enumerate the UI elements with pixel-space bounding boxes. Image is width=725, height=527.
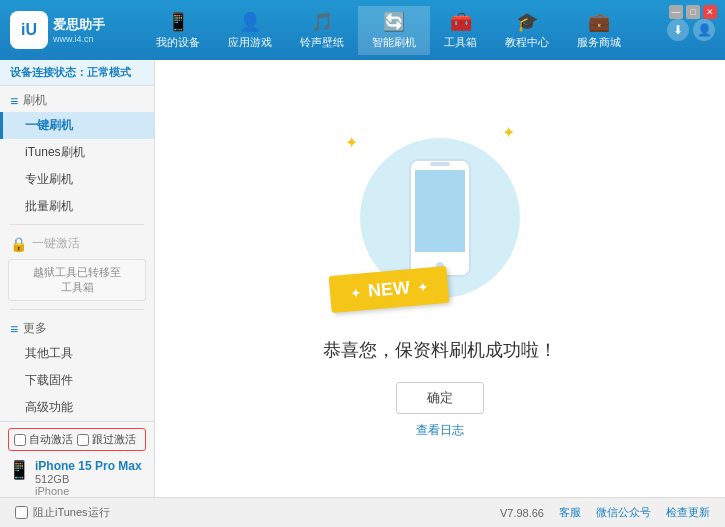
stop-itunes-label: 阻止iTunes运行 <box>33 505 110 520</box>
success-message: 恭喜您，保资料刷机成功啦！ <box>323 338 557 362</box>
footer-link-check-update[interactable]: 检查更新 <box>666 505 710 520</box>
svg-rect-1 <box>415 170 465 252</box>
auto-activate-input[interactable] <box>14 434 26 446</box>
nav-tab-smart-flash[interactable]: 🔄 智能刷机 <box>358 6 430 55</box>
top-right-icons: ⬇ 👤 <box>667 19 715 41</box>
pro-flash-label: 专业刷机 <box>25 172 73 186</box>
sparkle-icon-1: ✦ <box>345 133 358 152</box>
guided-activation-label: 跟过激活 <box>92 432 136 447</box>
main-content: ✦ ✦ NEW 恭喜您，保资料刷机成功啦！ 确定 查看日志 <box>155 60 725 497</box>
sidebar-item-pro-flash[interactable]: 专业刷机 <box>0 166 154 193</box>
ringtones-icon: 🎵 <box>311 11 333 33</box>
footer-version-block: V7.98.66 客服 微信公众号 检查更新 <box>500 505 710 520</box>
sidebar-item-other-tools[interactable]: 其他工具 <box>0 340 154 367</box>
status-label: 设备连接状态： <box>10 66 87 78</box>
guided-activation-input[interactable] <box>77 434 89 446</box>
app-title: 爱思助手 <box>53 16 105 34</box>
more-section-label: 更多 <box>23 320 47 337</box>
other-tools-label: 其他工具 <box>25 346 73 360</box>
tutorial-icon: 🎓 <box>516 11 538 33</box>
new-ribbon: NEW <box>329 266 450 313</box>
tools-icon: 🧰 <box>450 11 472 33</box>
device-info: 📱 iPhone 15 Pro Max 512GB iPhone <box>8 455 146 501</box>
maximize-button[interactable]: □ <box>686 5 700 19</box>
version-label: V7.98.66 <box>500 507 544 519</box>
svg-rect-2 <box>430 162 450 166</box>
apps-games-icon: 👤 <box>239 11 261 33</box>
activation-section-header: 🔒 一键激活 <box>0 229 154 255</box>
activation-notice-box: 越狱工具已转移至工具箱 <box>8 259 146 301</box>
activation-notice-text: 越狱工具已转移至工具箱 <box>33 266 121 293</box>
device-name: iPhone 15 Pro Max <box>35 459 142 473</box>
footer-link-customer-service[interactable]: 客服 <box>559 505 581 520</box>
auto-activate-row: 自动激活 跟过激活 <box>8 428 146 451</box>
nav-tab-tools[interactable]: 🧰 工具箱 <box>430 6 491 55</box>
logo-text-block: 爱思助手 www.i4.cn <box>53 16 105 44</box>
auto-activate-checkbox[interactable]: 自动激活 <box>14 432 73 447</box>
batch-flash-label: 批量刷机 <box>25 199 73 213</box>
device-type: iPhone <box>35 485 142 497</box>
download-firmware-label: 下载固件 <box>25 373 73 387</box>
more-section-icon: ≡ <box>10 321 18 337</box>
view-log-link[interactable]: 查看日志 <box>416 422 464 439</box>
sidebar-divider-1 <box>10 224 144 225</box>
nav-tab-my-device[interactable]: 📱 我的设备 <box>142 6 214 55</box>
nav-tabs: 📱 我的设备 👤 应用游戏 🎵 铃声壁纸 🔄 智能刷机 🧰 工具箱 🎓 教程中心… <box>110 6 667 55</box>
wechat-label: 微信公众号 <box>596 506 651 518</box>
window-controls: — □ ✕ <box>669 5 717 19</box>
flash-section-label: 刷机 <box>23 92 47 109</box>
ringtones-label: 铃声壁纸 <box>300 35 344 50</box>
close-button[interactable]: ✕ <box>703 5 717 19</box>
confirm-button[interactable]: 确定 <box>396 382 484 414</box>
tutorial-label: 教程中心 <box>505 35 549 50</box>
success-illustration: ✦ ✦ NEW <box>340 118 540 318</box>
service-icon: 💼 <box>588 11 610 33</box>
nav-tab-apps-games[interactable]: 👤 应用游戏 <box>214 6 286 55</box>
service-label: 服务商城 <box>577 35 621 50</box>
auto-activate-label: 自动激活 <box>29 432 73 447</box>
footer-link-wechat[interactable]: 微信公众号 <box>596 505 651 520</box>
more-section-header: ≡ 更多 <box>0 314 154 340</box>
main-layout: 设备连接状态：正常模式 ≡ 刷机 一键刷机 iTunes刷机 专业刷机 批量刷机… <box>0 60 725 497</box>
download-icon[interactable]: ⬇ <box>667 19 689 41</box>
sidebar-item-batch-flash[interactable]: 批量刷机 <box>0 193 154 220</box>
sidebar-bottom: 自动激活 跟过激活 📱 iPhone 15 Pro Max 512GB iPho… <box>0 421 154 507</box>
customer-service-label: 客服 <box>559 506 581 518</box>
logo-text-icon: iU <box>21 21 37 39</box>
nav-tab-ringtones[interactable]: 🎵 铃声壁纸 <box>286 6 358 55</box>
new-label: NEW <box>367 277 411 301</box>
sidebar-item-download-firmware[interactable]: 下载固件 <box>0 367 154 394</box>
itunes-flash-label: iTunes刷机 <box>25 145 85 159</box>
minimize-button[interactable]: — <box>669 5 683 19</box>
flash-section-header: ≡ 刷机 <box>0 86 154 112</box>
sidebar: 设备连接状态：正常模式 ≡ 刷机 一键刷机 iTunes刷机 专业刷机 批量刷机… <box>0 60 155 497</box>
device-storage: 512GB <box>35 473 142 485</box>
nav-tab-service[interactable]: 💼 服务商城 <box>563 6 635 55</box>
stop-itunes-checkbox[interactable] <box>15 506 28 519</box>
app-url: www.i4.cn <box>53 34 105 44</box>
footer-left: 阻止iTunes运行 <box>15 505 110 520</box>
apps-games-label: 应用游戏 <box>228 35 272 50</box>
smart-flash-label: 智能刷机 <box>372 35 416 50</box>
nav-tab-tutorial[interactable]: 🎓 教程中心 <box>491 6 563 55</box>
tools-label: 工具箱 <box>444 35 477 50</box>
guided-activation-checkbox[interactable]: 跟过激活 <box>77 432 136 447</box>
advanced-label: 高级功能 <box>25 400 73 414</box>
app-logo: iU 爱思助手 www.i4.cn <box>10 11 110 49</box>
top-navbar: iU 爱思助手 www.i4.cn 📱 我的设备 👤 应用游戏 🎵 铃声壁纸 🔄… <box>0 0 725 60</box>
phone-svg <box>405 158 475 278</box>
connection-status: 设备连接状态：正常模式 <box>0 60 154 86</box>
sidebar-item-advanced[interactable]: 高级功能 <box>0 394 154 421</box>
check-update-label: 检查更新 <box>666 506 710 518</box>
sidebar-divider-2 <box>10 309 144 310</box>
sparkle-icon-2: ✦ <box>502 123 515 142</box>
sidebar-item-one-key-flash[interactable]: 一键刷机 <box>0 112 154 139</box>
one-key-flash-label: 一键刷机 <box>25 118 73 132</box>
my-device-label: 我的设备 <box>156 35 200 50</box>
device-phone-icon: 📱 <box>8 459 30 481</box>
flash-section-icon: ≡ <box>10 93 18 109</box>
device-details: iPhone 15 Pro Max 512GB iPhone <box>35 459 142 497</box>
activation-section-label: 一键激活 <box>32 235 80 252</box>
sidebar-item-itunes-flash[interactable]: iTunes刷机 <box>0 139 154 166</box>
user-icon[interactable]: 👤 <box>693 19 715 41</box>
